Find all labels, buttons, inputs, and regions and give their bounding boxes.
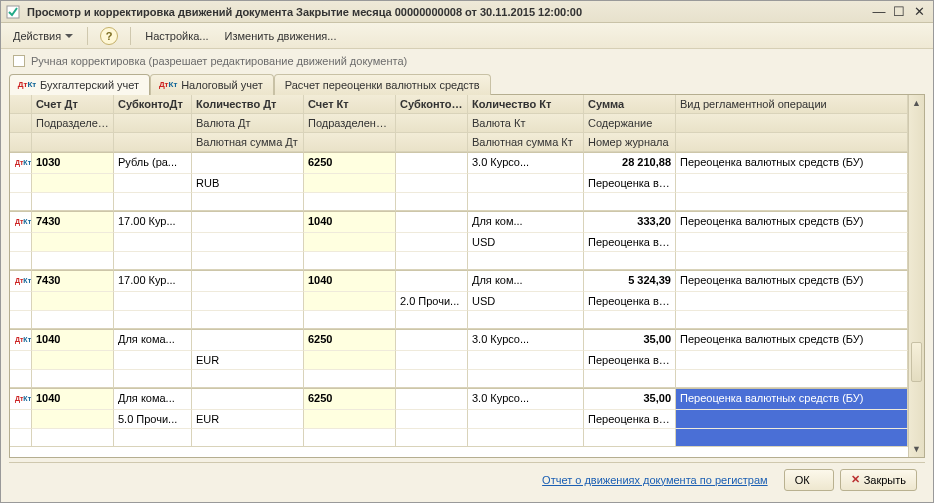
header-cur-kt[interactable]: Валюта Кт [468, 114, 584, 133]
cell-div-kt[interactable] [304, 174, 396, 193]
header-subk-dt[interactable]: СубконтоДт [114, 95, 192, 114]
cell-qty-dt[interactable] [192, 211, 304, 233]
cell-op[interactable]: Переоценка валютных средств (БУ) [676, 152, 908, 174]
cell-qty-dt[interactable] [192, 388, 304, 410]
cell-cur-dt[interactable]: RUB [192, 174, 304, 193]
cell-op[interactable]: Переоценка валютных средств (БУ) [676, 388, 908, 410]
change-moves-button[interactable]: Изменить движения... [219, 26, 343, 46]
cell-div-kt[interactable] [304, 292, 396, 311]
cell-div-dt[interactable] [32, 233, 114, 252]
cell-sum[interactable]: 5 324,39 [584, 270, 676, 292]
cell-content[interactable]: Переоценка ва... [584, 233, 676, 252]
cell-content[interactable]: Переоценка ва... [584, 174, 676, 193]
cell-cur-kt[interactable] [468, 351, 584, 370]
cell-journal[interactable] [584, 311, 676, 329]
cell-cur-kt[interactable] [468, 410, 584, 429]
cell-acc-dt[interactable]: 1040 [32, 388, 114, 410]
cell-sub-kt-2[interactable]: 2.0 Прочи... [396, 292, 468, 311]
cell-acc-kt[interactable]: 6250 [304, 388, 396, 410]
ok-button[interactable]: ОК [784, 469, 834, 491]
cell-sub-dt-2[interactable] [114, 292, 192, 311]
cell-cur-dt[interactable]: EUR [192, 410, 304, 429]
header-subk-kt[interactable]: СубконтоКт [396, 95, 468, 114]
cell-sub-kt[interactable] [396, 211, 468, 233]
cell-sub-kt-2[interactable] [396, 410, 468, 429]
header-journal[interactable]: Номер журнала [584, 133, 676, 152]
cell-fx-dt[interactable] [192, 370, 304, 388]
manual-correction-checkbox[interactable] [13, 55, 25, 67]
help-icon[interactable]: ? [100, 27, 118, 45]
close-button[interactable]: ✕ [909, 4, 929, 20]
cell-content[interactable]: Переоценка ва... [584, 410, 676, 429]
scroll-up-icon[interactable]: ▲ [909, 95, 924, 111]
cell-fx-kt[interactable] [468, 370, 584, 388]
cell-acc-kt[interactable]: 1040 [304, 270, 396, 292]
cell-journal[interactable] [584, 429, 676, 447]
cell-sub-dt[interactable]: 17.00 Кур... [114, 270, 192, 292]
cell-fx-kt[interactable] [468, 193, 584, 211]
header-content[interactable]: Содержание [584, 114, 676, 133]
cell-div-dt[interactable] [32, 292, 114, 311]
header-acc-dt[interactable]: Счет Дт [32, 95, 114, 114]
cell-sub-dt-2[interactable] [114, 233, 192, 252]
cell-qty-dt[interactable] [192, 329, 304, 351]
cell-cur-kt[interactable] [468, 174, 584, 193]
header-fx-dt[interactable]: Валютная сумма Дт [192, 133, 304, 152]
cell-acc-dt[interactable]: 7430 [32, 270, 114, 292]
cell-op[interactable]: Переоценка валютных средств (БУ) [676, 329, 908, 351]
cell-sum[interactable]: 35,00 [584, 388, 676, 410]
cell-acc-kt[interactable]: 6250 [304, 152, 396, 174]
cell-sum[interactable]: 35,00 [584, 329, 676, 351]
scroll-track[interactable] [909, 111, 924, 441]
cell-div-dt[interactable] [32, 174, 114, 193]
cell-div-kt[interactable] [304, 351, 396, 370]
header-op[interactable]: Вид регламентной операции [676, 95, 908, 114]
cell-sum[interactable]: 28 210,88 [584, 152, 676, 174]
header-qty-kt[interactable]: Количество Кт [468, 95, 584, 114]
table-row[interactable]: ДтКт743017.00 Кур...1040Для ком...333,20… [10, 211, 908, 270]
cell-qty-kt[interactable]: Для ком... [468, 211, 584, 233]
cell-qty-kt[interactable]: 3.0 Курсо... [468, 388, 584, 410]
tab-fx[interactable]: Расчет переоценки валютных средств [274, 74, 491, 95]
tab-tax[interactable]: ДтКт Налоговый учет [150, 74, 274, 95]
cell-cur-dt[interactable] [192, 233, 304, 252]
cell-sub-dt[interactable]: Для кома... [114, 329, 192, 351]
settings-button[interactable]: Настройка... [139, 26, 214, 46]
cell-sub-kt-2[interactable] [396, 233, 468, 252]
cell-sub-dt[interactable]: 17.00 Кур... [114, 211, 192, 233]
cell-div-dt[interactable] [32, 351, 114, 370]
header-div-dt[interactable]: Подразделение Дт [32, 114, 114, 133]
cell-fx-dt[interactable] [192, 429, 304, 447]
header-acc-kt[interactable]: Счет Кт [304, 95, 396, 114]
cell-sub-kt[interactable] [396, 270, 468, 292]
cell-fx-dt[interactable] [192, 252, 304, 270]
cell-acc-dt[interactable]: 7430 [32, 211, 114, 233]
cell-fx-kt[interactable] [468, 252, 584, 270]
cell-journal[interactable] [584, 252, 676, 270]
cell-sub-kt[interactable] [396, 388, 468, 410]
grid-body[interactable]: Счет Дт СубконтоДт Количество Дт Счет Кт… [10, 95, 908, 457]
cell-sub-dt[interactable]: Рубль (ра... [114, 152, 192, 174]
cell-sub-kt-2[interactable] [396, 351, 468, 370]
cell-journal[interactable] [584, 370, 676, 388]
report-link[interactable]: Отчет о движениях документа по регистрам [542, 474, 768, 486]
cell-sub-kt[interactable] [396, 152, 468, 174]
header-qty-dt[interactable]: Количество Дт [192, 95, 304, 114]
cell-div-kt[interactable] [304, 233, 396, 252]
table-row[interactable]: ДтКт1030Рубль (ра...62503.0 Курсо...28 2… [10, 152, 908, 211]
cell-acc-dt[interactable]: 1030 [32, 152, 114, 174]
cell-sum[interactable]: 333,20 [584, 211, 676, 233]
cell-div-kt[interactable] [304, 410, 396, 429]
header-div-kt[interactable]: Подразделение Кт [304, 114, 396, 133]
minimize-button[interactable]: — [869, 4, 889, 20]
cell-acc-kt[interactable]: 6250 [304, 329, 396, 351]
cell-fx-dt[interactable] [192, 311, 304, 329]
close-dialog-button[interactable]: ✕Закрыть [840, 469, 917, 491]
cell-content[interactable]: Переоценка ва... [584, 292, 676, 311]
cell-fx-kt[interactable] [468, 429, 584, 447]
cell-sub-dt-2[interactable] [114, 174, 192, 193]
cell-sub-dt-2[interactable]: 5.0 Прочи... [114, 410, 192, 429]
cell-journal[interactable] [584, 193, 676, 211]
cell-acc-kt[interactable]: 1040 [304, 211, 396, 233]
cell-qty-kt[interactable]: 3.0 Курсо... [468, 329, 584, 351]
